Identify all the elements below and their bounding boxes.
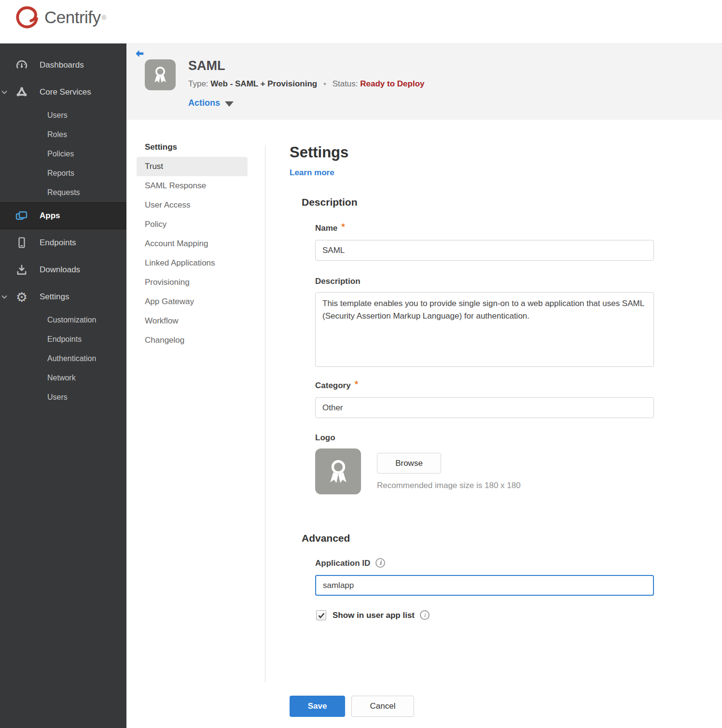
apps-icon	[14, 210, 29, 222]
cancel-button[interactable]: Cancel	[351, 696, 414, 717]
sidebar-item-label: Settings	[40, 292, 69, 302]
logo-size-note: Recommended image size is 180 x 180	[377, 481, 521, 490]
description-label: Description	[315, 277, 361, 286]
sidebar-item-network[interactable]: Network	[0, 368, 126, 388]
info-icon[interactable]	[420, 610, 430, 620]
application-id-field[interactable]	[315, 575, 654, 596]
advanced-section-heading: Advanced	[302, 532, 350, 544]
learn-more-link[interactable]: Learn more	[290, 168, 334, 178]
application-id-label: Application ID	[315, 559, 385, 568]
status-value: Ready to Deploy	[360, 79, 424, 88]
screen: Centrify ® Dashboards	[0, 0, 722, 728]
sidebar-item-label: Network	[47, 374, 76, 382]
sidebar-item-core-services[interactable]: Core Services	[0, 79, 126, 106]
sidebar-item-endpoints[interactable]: Endpoints	[0, 229, 126, 256]
sidebar-item-users[interactable]: Users	[0, 106, 126, 125]
show-in-user-app-list-label: Show in user app list	[333, 611, 415, 620]
subnav-item-policy[interactable]: Policy	[137, 215, 248, 234]
status-label: Status:	[333, 79, 358, 88]
sidebar-item-label: Reports	[47, 169, 74, 178]
sidebar-item-downloads[interactable]: Downloads	[0, 256, 126, 283]
gear-icon: ⚙	[14, 291, 29, 304]
sidebar-item-label: Endpoints	[40, 238, 76, 248]
caret-down-icon	[225, 101, 234, 107]
show-in-user-app-list-checkbox[interactable]	[316, 610, 326, 620]
sidebar-item-customization[interactable]: Customization	[0, 310, 126, 330]
name-label-text: Name	[315, 224, 337, 233]
subnav-item-saml-response[interactable]: SAML Response	[137, 176, 248, 196]
required-marker: *	[341, 222, 345, 232]
logo-preview	[315, 448, 361, 494]
info-icon[interactable]	[375, 558, 385, 568]
centrify-logo: Centrify ®	[14, 4, 106, 31]
brand-trademark: ®	[102, 14, 107, 21]
subnav-item-account-mapping[interactable]: Account Mapping	[137, 234, 248, 253]
category-field[interactable]	[315, 397, 654, 418]
app-meta: Type: Web - SAML + Provisioning • Status…	[188, 79, 424, 89]
subnav-item-app-gateway[interactable]: App Gateway	[137, 292, 248, 311]
sidebar-item-requests[interactable]: Requests	[0, 183, 126, 202]
description-field[interactable]: This template enables you to provide sin…	[315, 292, 654, 367]
subnav-item-workflow[interactable]: Workflow	[137, 311, 248, 331]
brand-name: Centrify	[44, 8, 101, 27]
subnav-item-user-access[interactable]: User Access	[137, 196, 248, 215]
meta-separator: •	[323, 79, 326, 88]
sidebar-item-label: Roles	[47, 130, 67, 139]
page-title: Settings	[290, 144, 348, 161]
sidebar-item-settings-users[interactable]: Users	[0, 388, 126, 407]
app-header: SAML Type: Web - SAML + Provisioning • S…	[126, 43, 722, 120]
name-label: Name *	[315, 224, 345, 233]
actions-label: Actions	[188, 98, 220, 108]
application-id-label-text: Application ID	[315, 559, 370, 568]
actions-dropdown[interactable]: Actions	[188, 98, 234, 108]
sidebar-item-settings-endpoints[interactable]: Endpoints	[0, 330, 126, 349]
sidebar-item-label: Requests	[47, 188, 80, 197]
category-label-text: Category	[315, 381, 351, 391]
subnav-item-linked-applications[interactable]: Linked Applications	[137, 253, 248, 273]
subnav-heading: Settings	[137, 142, 248, 157]
name-field[interactable]	[315, 240, 654, 261]
category-label: Category *	[315, 381, 358, 391]
logo-row: Browse Recommended image size is 180 x 1…	[315, 448, 521, 494]
core-services-icon	[14, 86, 29, 98]
sidebar-item-authentication[interactable]: Authentication	[0, 349, 126, 368]
back-arrow-icon[interactable]	[134, 48, 145, 59]
type-value: Web - SAML + Provisioning	[210, 79, 317, 88]
sidebar: Dashboards Core Services Users Roles	[0, 43, 126, 728]
download-icon	[14, 264, 29, 276]
subnav-item-changelog[interactable]: Changelog	[137, 331, 248, 350]
chevron-down-icon[interactable]	[1, 294, 8, 300]
app-logo	[145, 59, 176, 90]
sidebar-item-dashboards[interactable]: Dashboards	[0, 52, 126, 79]
award-ribbon-icon	[150, 64, 171, 85]
sidebar-item-label: Users	[47, 393, 68, 402]
sidebar-item-label: Authentication	[47, 354, 96, 363]
subnav-item-provisioning[interactable]: Provisioning	[137, 273, 248, 292]
save-button[interactable]: Save	[290, 696, 345, 717]
logo-label: Logo	[315, 433, 335, 443]
browse-button[interactable]: Browse	[377, 453, 441, 474]
sidebar-item-roles[interactable]: Roles	[0, 125, 126, 144]
phone-icon	[14, 237, 29, 249]
subnav-item-trust[interactable]: Trust	[137, 157, 248, 176]
subnav-divider	[265, 145, 265, 682]
sidebar-item-settings[interactable]: ⚙ Settings	[0, 283, 126, 310]
topbar: Centrify ®	[0, 0, 722, 43]
app-title: SAML	[188, 58, 225, 73]
gauge-icon	[14, 59, 29, 71]
sidebar-item-label: Policies	[47, 150, 74, 158]
sidebar-item-apps[interactable]: Apps	[0, 202, 126, 229]
centrify-swirl-icon	[14, 4, 41, 31]
description-label-text: Description	[315, 277, 361, 286]
type-label: Type:	[188, 79, 208, 88]
sidebar-item-reports[interactable]: Reports	[0, 164, 126, 183]
subnav: Settings Trust SAML Response User Access…	[137, 142, 248, 350]
sidebar-item-policies[interactable]: Policies	[0, 144, 126, 164]
logo-label-text: Logo	[315, 433, 335, 443]
sidebar-item-label: Endpoints	[47, 335, 82, 344]
sidebar-item-label: Customization	[47, 316, 96, 324]
chevron-down-icon[interactable]	[1, 89, 8, 96]
checkmark-icon	[318, 613, 325, 618]
sidebar-item-label: Apps	[40, 211, 60, 221]
sidebar-item-label: Users	[47, 111, 68, 120]
